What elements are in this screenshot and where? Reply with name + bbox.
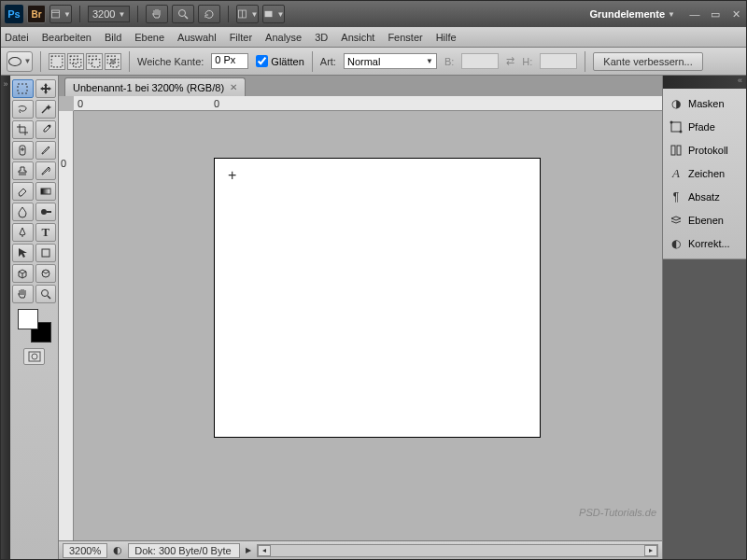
panel-korrekturen[interactable]: ◐Korrekt... bbox=[665, 232, 744, 255]
document-area: Unbenannt-1 bei 3200% (RGB/8) ✕ 0 0 0 + … bbox=[59, 76, 662, 559]
scroll-left-icon[interactable]: ◂ bbox=[258, 545, 271, 556]
wand-tool[interactable] bbox=[35, 100, 57, 119]
lasso-tool[interactable] bbox=[12, 100, 34, 119]
ruler-horizontal[interactable]: 0 0 bbox=[74, 96, 662, 111]
menu-bar: Datei Bearbeiten Bild Ebene Auswahl Filt… bbox=[1, 27, 746, 48]
panel-ebenen[interactable]: Ebenen bbox=[665, 209, 744, 231]
status-docsize[interactable]: Dok: 300 Byte/0 Byte bbox=[128, 543, 240, 558]
adjustments-icon: ◐ bbox=[669, 236, 684, 251]
menu-datei[interactable]: Datei bbox=[5, 32, 29, 43]
right-panel-dock: « ◑Masken Pfade Protokoll AZeichen ¶Absa… bbox=[662, 76, 746, 559]
menu-hilfe[interactable]: Hilfe bbox=[436, 32, 457, 43]
shape-tool[interactable] bbox=[35, 244, 57, 262]
menu-analyse[interactable]: Analyse bbox=[265, 32, 302, 43]
current-tool-indicator[interactable]: ▼ bbox=[7, 51, 33, 72]
style-select[interactable]: Normal▼ bbox=[344, 53, 437, 69]
toolbox: T bbox=[10, 76, 59, 559]
brush-tool[interactable] bbox=[35, 141, 57, 160]
svg-point-29 bbox=[32, 354, 37, 359]
tab-close-icon[interactable]: ✕ bbox=[230, 82, 237, 92]
scrollbar-horizontal[interactable]: ◂ ▸ bbox=[257, 544, 658, 557]
close-icon[interactable]: ✕ bbox=[729, 7, 742, 21]
status-profile-icon[interactable]: ◐ bbox=[113, 544, 122, 556]
path-select-tool[interactable] bbox=[12, 244, 34, 262]
svg-point-22 bbox=[41, 209, 47, 215]
maximize-icon[interactable]: ▭ bbox=[709, 7, 722, 21]
photoshop-icon[interactable]: Ps bbox=[5, 5, 23, 23]
panel-absatz[interactable]: ¶Absatz bbox=[665, 186, 744, 208]
document-tab[interactable]: Unbenannt-1 bei 3200% (RGB/8) ✕ bbox=[64, 77, 246, 96]
panel-zeichen[interactable]: AZeichen bbox=[665, 162, 744, 185]
selection-new-icon[interactable] bbox=[49, 53, 65, 70]
menu-bearbeiten[interactable]: Bearbeiten bbox=[42, 32, 92, 43]
menu-ebene[interactable]: Ebene bbox=[134, 32, 164, 43]
move-tool[interactable] bbox=[35, 79, 57, 98]
quickmask-toggle[interactable] bbox=[23, 348, 45, 365]
svg-point-32 bbox=[680, 131, 683, 133]
style-label: Art: bbox=[320, 56, 336, 67]
screenmode-dropdown[interactable]: ▼ bbox=[262, 5, 285, 23]
3d-tool[interactable] bbox=[12, 264, 34, 283]
status-dropdown-icon[interactable]: ▶ bbox=[246, 546, 251, 554]
collapse-arrow-icon[interactable]: « bbox=[738, 76, 742, 89]
arrange-dropdown[interactable]: ▼ bbox=[236, 5, 259, 23]
ruler-vertical[interactable]: 0 bbox=[59, 111, 74, 540]
width-input bbox=[461, 53, 499, 69]
refine-edge-button[interactable]: Kante verbessern... bbox=[593, 52, 702, 71]
feather-input[interactable]: 0 Px bbox=[211, 53, 248, 69]
svg-rect-7 bbox=[51, 56, 63, 67]
hand-tool-icon[interactable] bbox=[146, 5, 168, 23]
menu-auswahl[interactable]: Auswahl bbox=[177, 32, 217, 43]
canvas-viewport[interactable]: + PSD-Tutorials.de bbox=[74, 111, 662, 540]
menu-ansicht[interactable]: Ansicht bbox=[341, 32, 374, 43]
scroll-right-icon[interactable]: ▸ bbox=[644, 545, 657, 556]
hand-tool[interactable] bbox=[12, 285, 34, 303]
height-label: H: bbox=[522, 56, 532, 67]
blur-tool[interactable] bbox=[12, 203, 34, 221]
healing-tool[interactable] bbox=[12, 141, 34, 160]
rotate-view-icon[interactable] bbox=[198, 5, 220, 23]
antialias-checkbox[interactable]: Glätten bbox=[256, 55, 303, 67]
antialias-check-icon[interactable] bbox=[256, 55, 268, 67]
workspace-switcher[interactable]: Grundelemente▼ bbox=[584, 8, 681, 20]
left-dock-collapse[interactable]: » bbox=[1, 76, 10, 559]
3d-camera-tool[interactable] bbox=[35, 264, 57, 283]
menu-filter[interactable]: Filter bbox=[230, 32, 252, 43]
selection-subtract-icon[interactable] bbox=[86, 53, 103, 70]
menu-fenster[interactable]: Fenster bbox=[388, 32, 422, 43]
zoom-tool-icon[interactable] bbox=[172, 5, 194, 23]
canvas[interactable] bbox=[214, 158, 541, 438]
svg-rect-34 bbox=[677, 146, 681, 155]
pen-tool[interactable] bbox=[12, 223, 34, 242]
minimize-icon[interactable]: — bbox=[688, 7, 701, 21]
panel-protokoll[interactable]: Protokoll bbox=[665, 139, 744, 161]
eyedropper-tool[interactable] bbox=[35, 120, 57, 139]
type-tool[interactable]: T bbox=[35, 223, 57, 242]
cursor-crosshair-icon: + bbox=[228, 167, 236, 184]
zoom-tool[interactable] bbox=[35, 285, 57, 303]
crop-tool[interactable] bbox=[12, 120, 34, 139]
menu-bild[interactable]: Bild bbox=[105, 32, 121, 43]
expand-arrow-icon[interactable]: » bbox=[3, 79, 7, 559]
layers-icon bbox=[669, 213, 684, 228]
selection-intersect-icon[interactable] bbox=[105, 53, 121, 70]
history-brush-tool[interactable] bbox=[35, 161, 57, 180]
svg-rect-15 bbox=[18, 84, 27, 93]
eraser-tool[interactable] bbox=[12, 182, 34, 201]
dodge-tool[interactable] bbox=[35, 203, 57, 221]
stamp-tool[interactable] bbox=[12, 161, 34, 180]
title-bar: Ps Br ▼ 3200▼ ▼ ▼ Grundelemente▼ — ▭ ✕ bbox=[1, 1, 746, 27]
panel-pfade[interactable]: Pfade bbox=[665, 116, 744, 138]
layout-dropdown[interactable]: ▼ bbox=[49, 5, 72, 23]
zoom-field[interactable]: 3200▼ bbox=[88, 6, 130, 22]
marquee-tool[interactable] bbox=[12, 79, 34, 98]
gradient-tool[interactable] bbox=[35, 182, 57, 201]
menu-3d[interactable]: 3D bbox=[315, 32, 328, 43]
status-zoom[interactable]: 3200% bbox=[63, 543, 107, 558]
color-swatches[interactable] bbox=[18, 309, 51, 343]
status-bar: 3200% ◐ Dok: 300 Byte/0 Byte ▶ ◂ ▸ bbox=[59, 540, 662, 559]
selection-add-icon[interactable] bbox=[67, 53, 84, 70]
foreground-color-swatch[interactable] bbox=[18, 309, 38, 329]
bridge-icon[interactable]: Br bbox=[27, 5, 46, 23]
panel-masken[interactable]: ◑Masken bbox=[665, 92, 744, 115]
